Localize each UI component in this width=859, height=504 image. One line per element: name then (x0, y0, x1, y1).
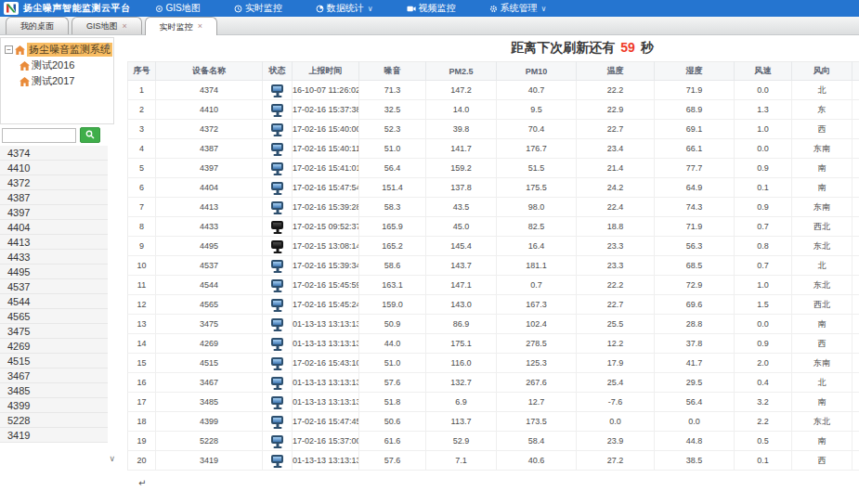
main-menu: GIS地图 实时监控 数据统计 ∨ 视频监控 (155, 2, 580, 15)
cell-temperature: 18.8 (577, 217, 655, 237)
device-search-input[interactable] (2, 128, 76, 143)
cell-wind-direction: 西北 (792, 217, 852, 237)
menu-label: 数据统计 (327, 2, 364, 15)
table-row[interactable]: 16 3467 01-13-13 13:13:13 57.6 132.7 267… (128, 373, 859, 393)
search-button[interactable] (80, 127, 100, 143)
cell-temperature: 22.7 (577, 120, 655, 139)
cell-status (263, 315, 293, 334)
cell-pm10: 40.6 (497, 451, 577, 471)
device-status-monitor-icon (271, 396, 283, 405)
device-list-item[interactable]: 4404 (0, 220, 108, 235)
device-list-item[interactable]: 3485 (0, 383, 108, 398)
scroll-down-icon[interactable]: ∨ (109, 455, 115, 463)
device-list-item[interactable]: 3467 (0, 368, 108, 383)
cell-temperature: 0.0 (577, 412, 655, 432)
device-list-item[interactable]: 4495 (0, 265, 108, 279)
tab-my-desktop[interactable]: 我的桌面 (6, 17, 69, 34)
table-row[interactable]: 7 4413 17-02-16 15:39:28 58.3 43.5 98.0 … (128, 198, 859, 217)
table-row[interactable]: 1 4374 16-10-07 11:26:02 71.3 147.2 40.7… (128, 81, 859, 100)
tree-node[interactable]: 测试2016 (20, 58, 113, 72)
table-row[interactable]: 12 4565 17-02-16 15:45:24 159.0 143.0 16… (128, 295, 859, 315)
cell-noise: 50.9 (359, 315, 426, 334)
device-status-monitor-icon (271, 201, 283, 210)
device-list-item[interactable]: 4544 (0, 294, 108, 309)
table-row[interactable]: 4 4387 17-02-16 15:40:11 51.0 141.7 176.… (128, 139, 859, 159)
device-list-item[interactable]: 4537 (0, 279, 108, 294)
cell-extra (852, 159, 859, 178)
column-header: PM2.5 (426, 62, 497, 81)
device-list-item[interactable]: 4515 (0, 354, 108, 368)
cell-wind-speed: 0.1 (735, 451, 792, 471)
cell-extra (852, 139, 859, 159)
cell-pm25: 137.8 (426, 178, 497, 198)
device-list-item[interactable]: 5228 (0, 413, 108, 428)
tab-close-icon[interactable]: × (123, 22, 127, 31)
table-row[interactable]: 10 4537 17-02-16 15:39:34 58.6 143.7 181… (128, 256, 859, 276)
cell-wind-direction: 东南 (792, 198, 852, 217)
table-row[interactable]: 11 4544 17-02-16 15:45:59 163.1 147.1 0.… (128, 276, 859, 295)
cell-humidity: 66.1 (655, 139, 735, 159)
device-list-item[interactable]: 4374 (0, 146, 108, 161)
cell-wind-speed: 0.9 (735, 159, 792, 178)
cell-extra (852, 198, 859, 217)
column-header: 噪音 (359, 62, 426, 81)
cell-pm10: 167.3 (497, 295, 577, 315)
tab-realtime-monitor[interactable]: 实时监控 × (145, 17, 217, 35)
menu-realtime-monitor[interactable]: 实时监控 (234, 2, 282, 15)
menu-gis-map[interactable]: GIS地图 (155, 2, 201, 15)
cell-wind-speed: 0.8 (735, 237, 792, 256)
device-status-monitor-icon (271, 143, 283, 151)
cell-wind-direction: 西 (792, 451, 852, 471)
table-row[interactable]: 9 4495 17-02-15 13:08:14 165.2 145.4 16.… (128, 237, 859, 256)
tree-collapse-icon[interactable]: − (5, 45, 13, 54)
table-row[interactable]: 15 4515 17-02-16 15:43:10 51.0 116.0 125… (128, 354, 859, 373)
cell-extra (852, 354, 859, 373)
cell-humidity: 69.1 (655, 120, 735, 139)
device-list-item[interactable]: 4399 (0, 398, 108, 413)
table-row[interactable]: 19 5228 17-02-16 15:37:00 61.6 52.9 58.4… (128, 432, 859, 451)
monitor-table: 序号设备名称状态上报时间噪音PM2.5PM10温度湿度风速风向 1 4374 1… (127, 61, 859, 471)
device-list-item[interactable]: 4413 (0, 235, 108, 250)
cell-noise: 44.0 (359, 334, 426, 354)
cell-device-name: 4544 (156, 276, 263, 295)
table-row[interactable]: 14 4269 01-13-13 13:13:13 44.0 175.1 278… (128, 334, 859, 354)
device-list-item[interactable]: 3475 (0, 324, 108, 339)
device-list-item[interactable]: 4269 (0, 339, 108, 354)
cell-report-time: 17-02-16 15:45:59 (293, 276, 359, 295)
tree-root-row: − 扬尘噪音监测系统 (5, 43, 113, 57)
tree-node[interactable]: 测试2017 (20, 74, 113, 88)
tab-gis-map[interactable]: GIS地图 × (72, 17, 142, 34)
menu-video-monitor[interactable]: 视频监控 (407, 2, 456, 15)
cell-pm10: 70.4 (497, 120, 577, 139)
cell-noise: 61.6 (359, 432, 426, 451)
device-list-item[interactable]: 4387 (0, 190, 108, 205)
tree-root-node[interactable]: 扬尘噪音监测系统 (27, 43, 112, 57)
device-list-item[interactable]: 4433 (0, 250, 108, 265)
table-row[interactable]: 6 4404 17-02-16 15:47:54 151.4 137.8 175… (128, 178, 859, 198)
device-list-item[interactable]: 3419 (0, 428, 108, 443)
tab-close-icon[interactable]: × (198, 22, 202, 31)
table-row[interactable]: 5 4397 17-02-16 15:41:01 56.4 159.2 51.5… (128, 159, 859, 178)
table-row[interactable]: 13 3475 01-13-13 13:13:13 50.9 86.9 102.… (128, 315, 859, 334)
cell-temperature: 22.9 (577, 100, 655, 120)
menu-label: 实时监控 (245, 2, 282, 15)
table-row[interactable]: 18 4399 17-02-16 15:47:45 50.6 113.7 173… (128, 412, 859, 432)
device-list-item[interactable]: 4397 (0, 205, 108, 220)
device-list-item[interactable]: 4410 (0, 161, 108, 175)
cell-extra (852, 217, 859, 237)
cell-pm10: 51.5 (497, 159, 577, 178)
cell-humidity: 72.9 (655, 276, 735, 295)
device-list-item[interactable]: 4372 (0, 175, 108, 190)
menu-data-statistics[interactable]: 数据统计 ∨ (316, 2, 373, 15)
table-row[interactable]: 2 4410 17-02-16 15:37:38 32.5 14.0 9.5 2… (128, 100, 859, 120)
cell-temperature: 23.3 (577, 256, 655, 276)
scroll-up-icon[interactable]: ∧ (104, 42, 111, 50)
table-row[interactable]: 8 4433 17-02-15 09:52:37 165.9 45.0 82.5… (128, 217, 859, 237)
device-list-item[interactable]: 4565 (0, 309, 108, 324)
menu-system-management[interactable]: 系统管理 ∨ (489, 2, 547, 15)
table-row[interactable]: 20 3419 01-13-13 13:13:13 57.6 7.1 40.6 … (128, 451, 859, 471)
table-row[interactable]: 17 3485 01-13-13 13:13:13 51.8 6.9 12.7 … (128, 393, 859, 412)
table-row[interactable]: 3 4372 17-02-16 15:40:00 52.3 39.8 70.4 … (128, 120, 859, 139)
return-marks: ↵ ↵ (138, 478, 859, 504)
cell-pm10: 102.4 (497, 315, 577, 334)
